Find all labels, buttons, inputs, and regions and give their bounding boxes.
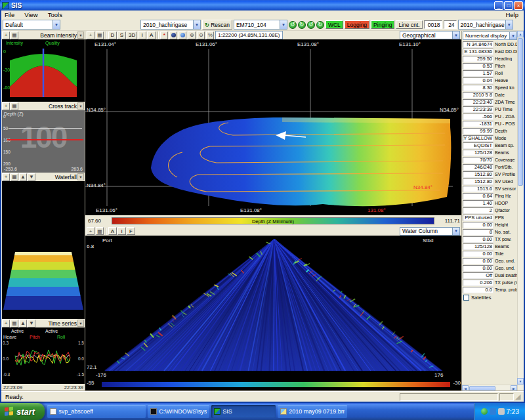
taskbar-task[interactable]: C:\WINDOWS\syste...	[148, 405, 209, 418]
start-button[interactable]: start	[0, 403, 45, 420]
pan-icon[interactable]: +	[2, 173, 10, 181]
zoom-percent-icon[interactable]: %	[206, 32, 214, 39]
task-icon	[150, 408, 157, 415]
numerical-label: Qfactor	[494, 208, 517, 213]
reload-icon[interactable]: ↺	[307, 21, 315, 29]
grid-icon[interactable]: ▦	[10, 102, 18, 110]
numerical-label: Mode	[494, 136, 517, 140]
wc-mode-button[interactable]: F	[127, 227, 135, 235]
freeze-icon[interactable]: *	[160, 32, 168, 39]
scroll-up-icon[interactable]: ▲	[19, 320, 27, 327]
numerical-value: 2	[463, 207, 494, 214]
window-controls: _ □ ×	[494, 1, 523, 10]
pan-icon[interactable]: +	[2, 320, 10, 327]
wc-mode-button[interactable]: I	[117, 227, 126, 235]
display-mode-button[interactable]: A	[147, 32, 156, 39]
volume-tray-icon[interactable]	[498, 408, 505, 415]
restart-pu-icon[interactable]: ↺	[289, 21, 297, 29]
roll-legend: Roll	[57, 335, 65, 340]
numerical-row: 22:23:39 PU Time	[463, 106, 517, 113]
scrollbar-thumb[interactable]	[469, 386, 495, 391]
left-panel: + ▦ Beam intensity ▼ Intensity Quality	[1, 31, 85, 391]
grid-icon[interactable]: ▦	[10, 320, 18, 327]
wc-mode-button[interactable]: A	[108, 227, 117, 235]
grid-icon[interactable]: ▦	[10, 173, 18, 181]
maximize-button[interactable]: □	[504, 1, 513, 10]
titlebar: SIS _ □ ×	[0, 0, 525, 10]
chevron-down-icon[interactable]: ▼	[77, 102, 84, 110]
display-mode-button[interactable]: 3D	[127, 32, 137, 39]
water-column-display[interactable]: Port Stbd 6.8 72.1 -176 176 -55 -30	[85, 236, 461, 391]
numerical-value: 99.99	[463, 128, 494, 135]
numerical-row: VERY SHALLOW Mode	[463, 135, 517, 142]
survey-select[interactable]: 2010_hachirigase ▼	[140, 20, 201, 30]
numerical-row: 1.57 Roll	[463, 70, 517, 77]
satellites-checkbox[interactable]	[463, 295, 469, 301]
task-icon	[50, 408, 56, 415]
sync-icon[interactable]: ↻	[316, 21, 324, 29]
scroll-down-icon[interactable]: ▼	[28, 173, 35, 181]
grid-icon[interactable]: ▦	[96, 32, 104, 39]
profile-select[interactable]: Default ▼	[3, 20, 60, 30]
sphere-dark-icon[interactable]	[169, 32, 177, 39]
menu-help[interactable]: Help	[505, 11, 518, 18]
grid-icon[interactable]: ▦	[96, 227, 104, 235]
pan-icon[interactable]: +	[2, 102, 10, 110]
antivirus-tray-icon[interactable]	[481, 408, 488, 415]
scroll-down-icon[interactable]: ▼	[517, 378, 524, 385]
chevron-down-icon[interactable]: ▼	[77, 32, 84, 39]
lon-grid-label: E131.06°	[96, 207, 117, 213]
pan-icon[interactable]: +	[2, 32, 10, 39]
numerical-value: 0.00	[463, 222, 494, 228]
geographical-map[interactable]: E131.04° E131.06° E131.08° E131.10° N34.…	[85, 39, 461, 215]
taskbar-task[interactable]: 2010 may09 0719.bm...	[278, 405, 347, 418]
numerical-label: Beams	[494, 244, 517, 249]
network-tray-icon[interactable]	[490, 408, 496, 415]
horizontal-scrollbar[interactable]: ◀ ▶	[462, 385, 517, 391]
sounder-select[interactable]: EM710_104 ▼	[234, 20, 287, 30]
logging-button[interactable]: Logging	[345, 20, 369, 29]
resize-grip[interactable]: ◢	[515, 392, 524, 401]
numerical-row: 8 No. sat.	[463, 228, 517, 236]
scroll-up-icon[interactable]: ▲	[517, 31, 524, 37]
wcl-button[interactable]: WCL	[326, 20, 343, 29]
taskbar-task[interactable]: svp_abscoeff	[47, 405, 146, 418]
numerical-label: TX pulse (ms	[494, 280, 517, 285]
vertical-scrollbar[interactable]: ▲ ▼	[517, 31, 524, 391]
pan-icon[interactable]: +	[87, 227, 94, 235]
numerical-display-selector[interactable]: Numerical display ▼	[463, 32, 517, 40]
menu-item[interactable]: File	[5, 11, 14, 18]
survey-select-2[interactable]: 2010_hachirigase ▼	[458, 20, 513, 30]
menu-item[interactable]: View	[24, 11, 37, 18]
close-button[interactable]: ×	[514, 1, 523, 10]
rescan-button[interactable]: ↻ Rescan	[202, 20, 232, 30]
numerical-value: 125/128	[463, 243, 494, 250]
taskbar-task[interactable]: SIS	[211, 405, 276, 418]
display-mode-button[interactable]: D	[108, 32, 117, 39]
numerical-value: 0.53	[463, 63, 494, 70]
scrollbar-thumb[interactable]	[518, 38, 523, 186]
display-mode-button[interactable]: S	[117, 32, 126, 39]
numerical-value: 1512.80	[463, 178, 494, 185]
display-mode-button[interactable]: I	[138, 32, 146, 39]
geo-view-selector[interactable]: Geographical ▼	[400, 31, 460, 39]
numerical-row: N 34.84674 North DD.DD	[463, 41, 517, 48]
numerical-row: 1.40 HDOP	[463, 200, 517, 207]
numerical-value: 246/248	[463, 164, 494, 171]
resume-icon[interactable]: ↻	[298, 21, 306, 29]
wc-view-selector[interactable]: Water Column ▼	[400, 227, 460, 236]
zoom-in-icon[interactable]: ⊕	[188, 32, 196, 39]
zoom-out-icon[interactable]: ⊖	[197, 32, 205, 39]
lon-grid-label: E131.06°	[196, 41, 217, 47]
scroll-up-icon[interactable]: ▲	[19, 173, 27, 181]
menu-item[interactable]: Tools	[48, 11, 62, 18]
colorbar-gradient: Depth (Z Minimum)	[112, 217, 434, 224]
pinging-button[interactable]: Pinging	[371, 20, 394, 29]
minimize-button[interactable]: _	[494, 1, 503, 10]
chevron-down-icon[interactable]: ▼	[77, 173, 84, 180]
sphere-blue-icon[interactable]	[178, 32, 186, 39]
chevron-down-icon[interactable]: ▼	[77, 320, 84, 327]
grid-icon[interactable]: ▦	[10, 32, 18, 39]
pan-icon[interactable]: +	[87, 32, 94, 39]
scroll-down-icon[interactable]: ▼	[28, 320, 35, 327]
